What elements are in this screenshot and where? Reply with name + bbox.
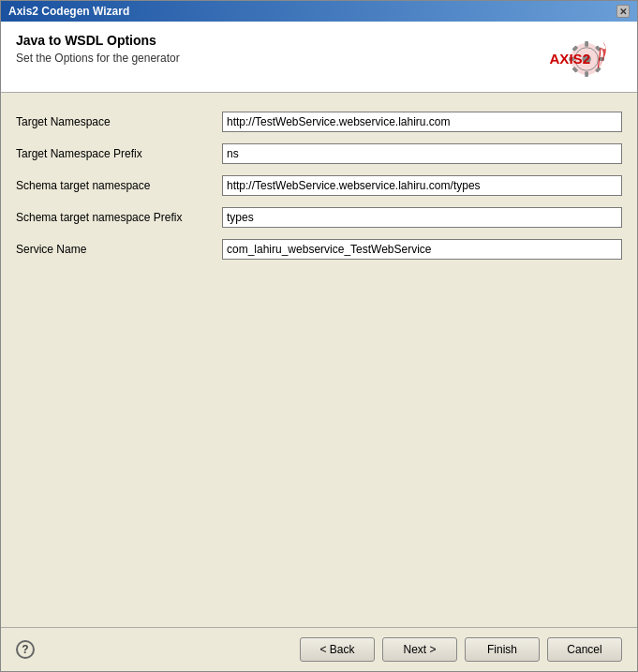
svg-text:AXIS2: AXIS2 (549, 50, 590, 66)
bottom-buttons: < Back Next > Finish Cancel (300, 637, 622, 662)
window-title: Axis2 Codegen Wizard (8, 5, 129, 18)
svg-rect-4 (585, 71, 588, 77)
logo-area: AXIS2 (538, 33, 622, 84)
input-service-name[interactable] (222, 239, 622, 260)
close-button[interactable]: ✕ (616, 5, 630, 18)
title-bar: Axis2 Codegen Wizard ✕ (1, 1, 637, 22)
cancel-button[interactable]: Cancel (547, 637, 622, 662)
input-schema-target-namespace-prefix[interactable] (222, 207, 622, 228)
header-text: Java to WSDL Options Set the Options for… (16, 33, 180, 65)
form-row-1: Target Namespace Prefix (16, 143, 622, 164)
header-section: Java to WSDL Options Set the Options for… (1, 22, 637, 93)
next-button[interactable]: Next > (382, 637, 457, 662)
label-schema-target-namespace: Schema target namespace (16, 179, 222, 192)
label-service-name: Service Name (16, 243, 222, 256)
label-target-namespace: Target Namespace (16, 115, 222, 128)
content-area: Java to WSDL Options Set the Options for… (1, 22, 637, 671)
form-row-0: Target Namespace (16, 112, 622, 132)
form-row-2: Schema target namespace (16, 175, 622, 196)
input-target-namespace[interactable] (222, 112, 622, 132)
page-subheading: Set the Options for the generator (16, 52, 180, 65)
page-heading: Java to WSDL Options (16, 33, 180, 48)
help-button[interactable]: ? (16, 640, 35, 659)
form-row-4: Service Name (16, 239, 622, 260)
svg-rect-3 (585, 41, 588, 47)
form-area: Target Namespace Target Namespace Prefix… (1, 93, 637, 627)
form-row-3: Schema target namespace Prefix (16, 207, 622, 228)
input-schema-target-namespace[interactable] (222, 175, 622, 196)
back-button[interactable]: < Back (300, 637, 375, 662)
main-window: Axis2 Codegen Wizard ✕ Java to WSDL Opti… (0, 0, 638, 672)
label-schema-target-namespace-prefix: Schema target namespace Prefix (16, 211, 222, 224)
finish-button[interactable]: Finish (465, 637, 540, 662)
bottom-bar: ? < Back Next > Finish Cancel (1, 627, 637, 671)
label-target-namespace-prefix: Target Namespace Prefix (16, 147, 222, 160)
input-target-namespace-prefix[interactable] (222, 143, 622, 164)
bottom-left: ? (16, 640, 35, 659)
axis2-logo: AXIS2 (541, 36, 620, 82)
